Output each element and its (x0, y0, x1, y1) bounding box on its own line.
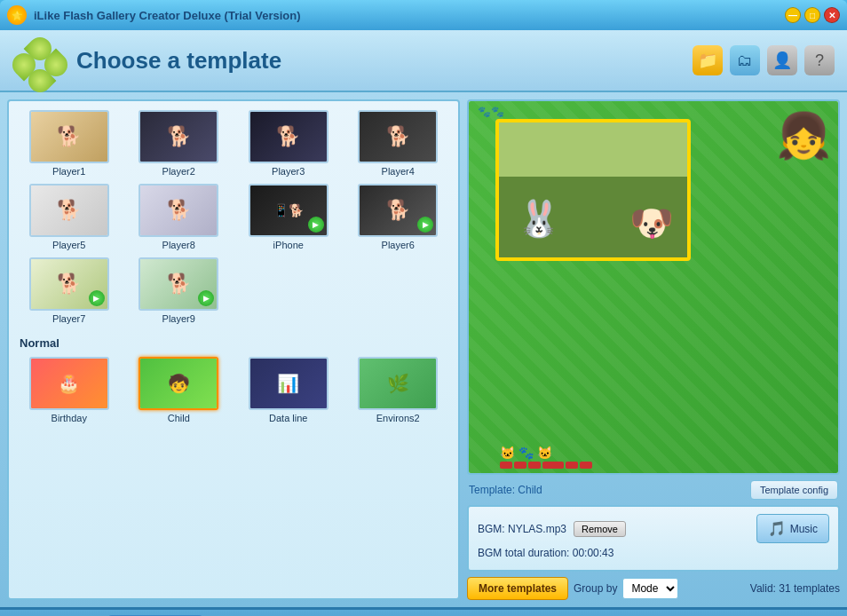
dataline-thumb: 📊 (249, 357, 329, 410)
template-item-player3[interactable]: 🐕 Player3 (237, 110, 340, 177)
birthday-thumb: 🎂 (29, 357, 109, 410)
bgm-top-row: BGM: NYLAS.mp3 Remove 🎵 Music (478, 514, 829, 543)
more-templates-button[interactable]: More templates (467, 577, 568, 600)
bgm-duration-row: BGM total duration: 00:00:43 (478, 547, 829, 559)
player6-label: Player6 (382, 240, 415, 250)
music-icon: 🎵 (768, 520, 786, 537)
app-icon: ⭐ (7, 5, 27, 25)
window-controls: — □ ✕ (785, 7, 840, 23)
template-item-iphone[interactable]: 📱🐕 ▶ iPhone (237, 184, 340, 250)
template-item-child[interactable]: 🧒 Child (128, 357, 231, 423)
minimize-button[interactable]: — (785, 7, 801, 23)
player7-label: Player7 (52, 313, 85, 324)
player2-thumb: 🐕 (139, 110, 218, 163)
child-label: Child (168, 413, 190, 423)
template-config-button[interactable]: Template config (750, 480, 838, 500)
template-item-player6[interactable]: 🐕 ▶ Player6 (347, 184, 450, 250)
player1-label: Player1 (52, 166, 85, 177)
title-bar: ⭐ iLike Flash Gallery Creator Deluxe (Tr… (0, 0, 847, 30)
open-folder-button[interactable]: 📁 (693, 45, 723, 75)
player4-thumb: 🐕 (358, 110, 438, 163)
player2-label: Player2 (162, 166, 195, 177)
player3-thumb: 🐕 (249, 110, 329, 163)
music-btn-label: Music (790, 523, 818, 535)
help-button[interactable]: ? (804, 45, 835, 75)
player4-label: Player4 (382, 166, 415, 177)
bgm-duration: BGM total duration: 00:00:43 (478, 547, 613, 559)
valid-count: Valid: 31 templates (750, 582, 840, 595)
iphone-label: iPhone (273, 240, 304, 250)
player9-thumb: 🐕 ▶ (139, 257, 218, 311)
environs2-label: Environs2 (376, 413, 420, 423)
template-name-text: Template: Child (469, 484, 542, 496)
header-actions: 📁 🗂 👤 ? (693, 45, 835, 75)
page-title: Choose a template (76, 47, 281, 75)
template-item-player4[interactable]: 🐕 Player4 (347, 110, 450, 177)
player8-thumb: 🐕 (139, 184, 218, 237)
template-item-player7[interactable]: 🐕 ▶ Player7 (18, 257, 121, 324)
player7-thumb: 🐕 ▶ (29, 257, 109, 311)
normal-template-grid: 🎂 Birthday 🧒 Child 📊 Data line (18, 357, 449, 423)
bgm-label: BGM: NYLAS.mp3 (478, 523, 566, 535)
template-name-row: Template: Child Template config (467, 480, 840, 500)
iphone-play-overlay: ▶ (308, 217, 324, 233)
app-title: iLike Flash Gallery Creator Deluxe (Tria… (34, 9, 785, 22)
section-label-normal: Normal (18, 336, 449, 350)
player7-play-overlay: ▶ (89, 290, 105, 306)
player6-thumb: 🐕 ▶ (358, 184, 438, 237)
app-header: Choose a template 📁 🗂 👤 ? (0, 30, 847, 92)
account-button[interactable]: 👤 (767, 45, 797, 75)
group-by-label: Group by (574, 582, 617, 595)
template-item-player9[interactable]: 🐕 ▶ Player9 (128, 257, 231, 324)
template-item-birthday[interactable]: 🎂 Birthday (18, 357, 121, 423)
preview-girl-icon: 👧 (776, 110, 831, 162)
player-template-grid: 🐕 Player1 🐕 Player2 🐕 Player3 (18, 110, 449, 324)
remove-bgm-button[interactable]: Remove (574, 521, 626, 537)
right-panel: 👧 🐾🐾 🐰 🐶 (467, 99, 840, 600)
music-button[interactable]: 🎵 Music (756, 514, 829, 543)
group-by-select[interactable]: Mode Style Color (622, 578, 678, 599)
content-row: 🐕 Player1 🐕 Player2 🐕 Player3 (0, 92, 847, 607)
maximize-button[interactable]: □ (804, 7, 820, 23)
preview-content: 👧 🐾🐾 🐰 🐶 (469, 101, 838, 473)
preview-top-deco: 🐾🐾 (478, 106, 504, 118)
preview-photo-frame: 🐰 🐶 (495, 119, 691, 261)
main-content: 🐕 Player1 🐕 Player2 🐕 Player3 (0, 92, 847, 607)
player3-label: Player3 (272, 166, 305, 177)
recent-button[interactable]: 🗂 (730, 45, 760, 75)
template-item-environs2[interactable]: 🌿 Environs2 (347, 357, 450, 423)
environs2-thumb: 🌿 (358, 357, 438, 410)
player8-label: Player8 (162, 240, 195, 250)
player5-thumb: 🐕 (29, 184, 109, 237)
template-preview: 👧 🐾🐾 🐰 🐶 (467, 99, 840, 475)
bottom-toolbar: 📷 Photo 🖼️ Template ❤️ Decorate 🌐 Publis… (0, 607, 847, 616)
template-list-panel: 🐕 Player1 🐕 Player2 🐕 Player3 (7, 99, 460, 600)
close-button[interactable]: ✕ (824, 7, 840, 23)
child-thumb: 🧒 (139, 357, 218, 410)
template-item-player5[interactable]: 🐕 Player5 (18, 184, 121, 250)
template-item-player8[interactable]: 🐕 Player8 (128, 184, 231, 250)
app-logo (12, 37, 66, 83)
template-item-dataline[interactable]: 📊 Data line (237, 357, 340, 423)
iphone-thumb: 📱🐕 ▶ (249, 184, 329, 237)
template-item-player1[interactable]: 🐕 Player1 (18, 110, 121, 177)
bgm-panel: BGM: NYLAS.mp3 Remove 🎵 Music BGM total … (467, 505, 840, 572)
birthday-label: Birthday (51, 413, 87, 423)
player1-thumb: 🐕 (29, 110, 109, 163)
player9-label: Player9 (162, 313, 195, 324)
template-item-player2[interactable]: 🐕 Player2 (128, 110, 231, 177)
player5-label: Player5 (52, 240, 85, 250)
more-templates-row: More templates Group by Mode Style Color… (467, 577, 840, 600)
dataline-label: Data line (269, 413, 307, 423)
